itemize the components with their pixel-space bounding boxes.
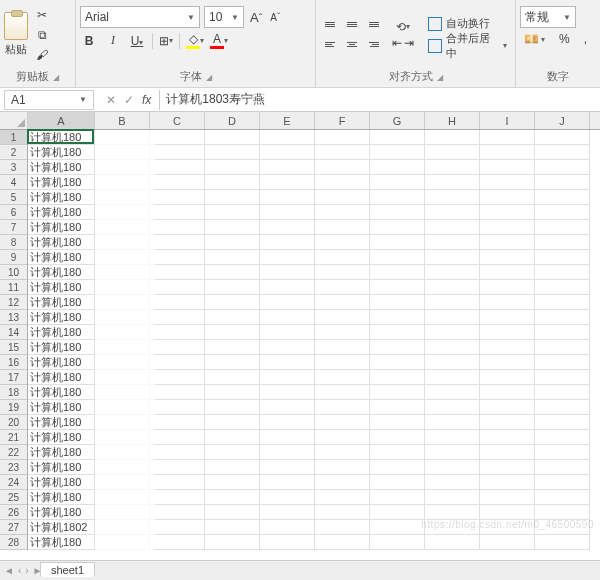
- cell[interactable]: [535, 175, 590, 190]
- cell[interactable]: [260, 385, 315, 400]
- cell[interactable]: [95, 520, 150, 535]
- cell[interactable]: 计算机180: [28, 400, 95, 415]
- cell[interactable]: [150, 460, 205, 475]
- font-size-select[interactable]: 10▼: [204, 6, 244, 28]
- cell[interactable]: [95, 235, 150, 250]
- cell[interactable]: 计算机180: [28, 460, 95, 475]
- cell[interactable]: [480, 265, 535, 280]
- cell[interactable]: 计算机180: [28, 325, 95, 340]
- cell[interactable]: [260, 325, 315, 340]
- cell[interactable]: [95, 295, 150, 310]
- decrease-indent-button[interactable]: ⇤: [392, 36, 402, 50]
- cell[interactable]: [425, 175, 480, 190]
- cell[interactable]: [425, 265, 480, 280]
- cell[interactable]: [480, 505, 535, 520]
- cell[interactable]: [425, 145, 480, 160]
- cell[interactable]: 计算机180: [28, 205, 95, 220]
- column-header-E[interactable]: E: [260, 112, 315, 129]
- row-header[interactable]: 11: [0, 280, 27, 295]
- cell[interactable]: [425, 370, 480, 385]
- cell[interactable]: [95, 310, 150, 325]
- column-header-B[interactable]: B: [95, 112, 150, 129]
- cell[interactable]: [370, 175, 425, 190]
- cell[interactable]: 计算机1802: [28, 520, 95, 535]
- cell[interactable]: [315, 190, 370, 205]
- cell[interactable]: [315, 400, 370, 415]
- cell[interactable]: [425, 325, 480, 340]
- cell[interactable]: [535, 430, 590, 445]
- cell[interactable]: 计算机180: [28, 370, 95, 385]
- cell[interactable]: [150, 130, 205, 145]
- row-header[interactable]: 1: [0, 130, 27, 145]
- cell[interactable]: [95, 175, 150, 190]
- cell[interactable]: [425, 190, 480, 205]
- bold-button[interactable]: B: [80, 34, 98, 48]
- cell[interactable]: [150, 205, 205, 220]
- row-header[interactable]: 28: [0, 535, 27, 550]
- cell[interactable]: [205, 340, 260, 355]
- row-header[interactable]: 9: [0, 250, 27, 265]
- cell[interactable]: [205, 325, 260, 340]
- cell[interactable]: [95, 280, 150, 295]
- cell[interactable]: [150, 490, 205, 505]
- cell[interactable]: [535, 400, 590, 415]
- cell[interactable]: [480, 190, 535, 205]
- cell[interactable]: [535, 505, 590, 520]
- tab-nav-first[interactable]: ◄: [4, 565, 14, 576]
- cell[interactable]: [370, 520, 425, 535]
- cell[interactable]: [425, 430, 480, 445]
- fx-button[interactable]: fx: [142, 93, 151, 107]
- cell[interactable]: 计算机180: [28, 475, 95, 490]
- cell[interactable]: [315, 355, 370, 370]
- row-header[interactable]: 13: [0, 310, 27, 325]
- row-header[interactable]: 15: [0, 340, 27, 355]
- cell[interactable]: [315, 220, 370, 235]
- cell[interactable]: [260, 205, 315, 220]
- cell[interactable]: [260, 475, 315, 490]
- cell[interactable]: [480, 445, 535, 460]
- cell[interactable]: 计算机180: [28, 190, 95, 205]
- cell[interactable]: [370, 325, 425, 340]
- cell[interactable]: [425, 520, 480, 535]
- cell[interactable]: [425, 490, 480, 505]
- cell[interactable]: [315, 430, 370, 445]
- cells-area[interactable]: 计算机180计算机180计算机180计算机180计算机180计算机180计算机1…: [28, 130, 600, 560]
- row-header[interactable]: 17: [0, 370, 27, 385]
- cell[interactable]: [260, 310, 315, 325]
- cell[interactable]: [260, 400, 315, 415]
- cell[interactable]: [370, 160, 425, 175]
- row-header[interactable]: 16: [0, 355, 27, 370]
- fill-color-button[interactable]: ◇▾: [186, 32, 204, 49]
- cell[interactable]: [260, 535, 315, 550]
- cell[interactable]: [535, 415, 590, 430]
- cell[interactable]: [150, 355, 205, 370]
- cell[interactable]: [315, 205, 370, 220]
- cell[interactable]: [535, 385, 590, 400]
- cell[interactable]: 计算机180: [28, 160, 95, 175]
- shrink-font-button[interactable]: Aˇ: [268, 12, 282, 23]
- cell[interactable]: [315, 280, 370, 295]
- cell[interactable]: [535, 340, 590, 355]
- cell[interactable]: [370, 190, 425, 205]
- cell[interactable]: [370, 460, 425, 475]
- cell[interactable]: [95, 340, 150, 355]
- cell[interactable]: [370, 340, 425, 355]
- cell[interactable]: [535, 355, 590, 370]
- cell[interactable]: [150, 190, 205, 205]
- column-header-J[interactable]: J: [535, 112, 590, 129]
- increase-indent-button[interactable]: ⇥: [404, 36, 414, 50]
- cell[interactable]: [480, 535, 535, 550]
- cell[interactable]: 计算机180: [28, 175, 95, 190]
- cell[interactable]: [205, 490, 260, 505]
- cell[interactable]: [480, 355, 535, 370]
- cell[interactable]: [150, 280, 205, 295]
- cell[interactable]: [370, 280, 425, 295]
- cell[interactable]: [260, 340, 315, 355]
- cell[interactable]: [425, 235, 480, 250]
- cell[interactable]: [480, 340, 535, 355]
- row-header[interactable]: 3: [0, 160, 27, 175]
- grow-font-button[interactable]: Aˆ: [248, 10, 264, 25]
- cell[interactable]: [535, 325, 590, 340]
- cell[interactable]: [260, 280, 315, 295]
- cell[interactable]: [205, 310, 260, 325]
